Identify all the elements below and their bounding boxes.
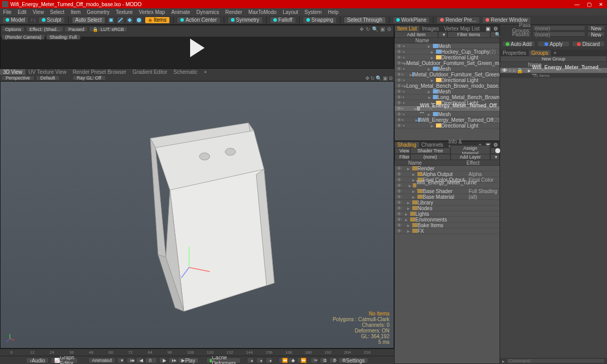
timeline-ruler[interactable]: 0 12 24 36 48 60 72 84 96 108 120 132 14… — [0, 349, 394, 356]
prev-frame-button[interactable]: ◀ — [136, 357, 143, 363]
cut-key-icon[interactable]: ✂ — [310, 357, 318, 363]
shader-row[interactable]: 👁▸ Bake Items — [395, 223, 500, 228]
menu-animate[interactable]: Animate — [171, 9, 190, 15]
tab-properties[interactable]: Properties — [500, 50, 529, 56]
select-material-icon[interactable] — [135, 17, 143, 24]
menu-select[interactable]: Select — [50, 9, 65, 15]
model-button[interactable]: Model — [2, 17, 28, 24]
key-icon-2[interactable]: ⬥ — [256, 357, 263, 363]
tab-add[interactable]: + — [201, 69, 210, 75]
command-input[interactable] — [506, 358, 605, 363]
panel-max-icon[interactable]: ▣ — [484, 26, 492, 31]
shader-row[interactable]: 👁▸ Library — [395, 200, 500, 205]
tree-row[interactable]: 👁•▸ Mesh — [395, 89, 500, 94]
perspective-button[interactable]: Perspective — [1, 75, 35, 81]
shader-row[interactable]: 👁▸ Base ShaderFull Shading — [395, 188, 500, 194]
shadertree-button[interactable]: Shader Tree — [410, 148, 450, 154]
items-button[interactable]: ◆Items — [145, 17, 170, 24]
viewport-3d[interactable]: No Items Polygons : Catmull-Clark Channe… — [0, 81, 394, 349]
shader-row[interactable]: 👁▸ Nodes — [395, 205, 500, 211]
tab-add-props[interactable]: + — [551, 50, 559, 56]
first-frame-button[interactable]: ⏮ — [127, 357, 134, 363]
tree-row[interactable]: 👁•▸ Wifi_Energy_Meter_Turned_Off_ ... — [395, 106, 500, 112]
default-button[interactable]: Default — [36, 75, 60, 81]
tree-row[interactable]: 👁•▸ Mesh — [395, 43, 500, 49]
play-button[interactable]: ▶ Play — [178, 357, 198, 363]
new-button[interactable]: New — [587, 25, 605, 30]
shader-row[interactable]: 👁▸ FX — [395, 228, 500, 234]
menu-dynamics[interactable]: Dynamics — [196, 9, 219, 15]
shader-row[interactable]: 👁▸ Base Material(all) — [395, 194, 500, 200]
falloff-button[interactable]: Falloff — [270, 17, 296, 24]
settings-button[interactable]: ⚙ Settings — [338, 357, 368, 363]
maximize-button[interactable]: ▢ — [587, 2, 592, 7]
rp-max-icon[interactable]: ▣ — [380, 26, 385, 32]
menu-file[interactable]: File — [3, 9, 11, 15]
last-frame-button[interactable]: ⏭ — [168, 357, 176, 363]
none-button[interactable]: (none) — [410, 154, 450, 160]
search-icon[interactable]: 🔍 — [490, 31, 500, 38]
menu-help[interactable]: Help — [328, 9, 339, 15]
menu-item[interactable]: Item — [71, 9, 81, 15]
additem-button[interactable]: Add Item — [395, 31, 438, 38]
copy-key-icon[interactable]: ⧉ — [320, 357, 327, 363]
snapping-button[interactable]: Snapping — [303, 17, 337, 24]
new-pass-button[interactable]: New — [587, 31, 605, 37]
vp-rotate-icon[interactable]: ↻ — [370, 75, 375, 81]
rp-gear-icon[interactable]: ⚙ — [387, 26, 392, 32]
tab-renderpreset[interactable]: Render Preset Browser — [70, 69, 130, 75]
tab-uvview[interactable]: UV Texture View — [25, 69, 70, 75]
options-button[interactable]: Options — [2, 26, 25, 32]
next-key-icon[interactable]: ⏩ — [297, 357, 304, 363]
audio-button[interactable]: ♪ Audio — [26, 357, 49, 363]
shader-row[interactable]: 👁▸ Lights — [395, 211, 500, 217]
renderprev-button[interactable]: Render Pre... — [437, 17, 479, 24]
sculpt-button[interactable]: Sculpt — [38, 17, 65, 24]
shader-row[interactable]: 👁▸ Render — [395, 166, 500, 171]
animated-button[interactable]: Animated — [88, 357, 115, 363]
menu-layout[interactable]: Layout — [283, 9, 298, 15]
group-item[interactable]: 👁○○🔒 ▸ Wifi_Energy_Meter_Turned_ ... — [500, 68, 607, 73]
shader-row[interactable]: 👁▸ Alpha OutputAlpha — [395, 171, 500, 177]
play-icon[interactable] — [190, 38, 205, 57]
menu-geometry[interactable]: Geometry — [87, 9, 110, 15]
select-poly-icon[interactable] — [126, 17, 133, 24]
tab-channels[interactable]: Channels — [419, 142, 446, 148]
panel-gear-icon[interactable]: ⚙ — [492, 142, 500, 148]
addlayer-button[interactable]: Add Layer — [450, 154, 491, 160]
shading-button[interactable]: Shading: Full — [46, 34, 81, 40]
tree-row[interactable]: 👁•▸ Hockey_Cup_Trophy (2) — [395, 49, 500, 55]
key-icon-3[interactable]: ⬥ — [266, 357, 273, 363]
lock-icon[interactable]: 🔒 — [89, 26, 96, 32]
frame-field[interactable]: 0 — [145, 357, 157, 363]
menu-edit[interactable]: Edit — [18, 9, 26, 15]
menu-render[interactable]: Render — [225, 9, 242, 15]
shader-row[interactable]: 👁▸ Wifi_Energy_Meter_Turne ... — [395, 183, 500, 188]
select-edge-icon[interactable] — [117, 17, 124, 24]
close-button[interactable]: ✕ — [599, 2, 603, 7]
menu-system[interactable]: System — [304, 9, 321, 15]
dropdown-icon[interactable]: ▾ — [117, 357, 124, 363]
graph-button[interactable]: 📈 Graph Editor — [51, 357, 78, 363]
tab-gradient[interactable]: Gradient Editor — [130, 69, 170, 75]
passgroups-field[interactable]: (none) — [533, 25, 585, 30]
tree-row[interactable]: 👁•▸ Long_Metal_Bench_Brown — [395, 94, 500, 100]
camera-button[interactable]: (Render Camera) — [2, 34, 45, 40]
panel-gear-icon[interactable]: ⚙ — [492, 26, 500, 31]
apply-button[interactable]: Apply — [537, 41, 570, 47]
vp-gear-icon[interactable]: ⚙ — [388, 75, 393, 81]
vp-zoom-icon[interactable]: 🔍 — [376, 75, 382, 81]
options-icon[interactable]: ⚙ — [329, 357, 336, 363]
shader-row[interactable]: 👁▸ Environments — [395, 217, 500, 223]
filteritems-button[interactable]: Filter Items — [447, 31, 491, 38]
tree-row[interactable]: 👁•▸ Wifi_Energy_Meter_Turned_Off (2) — [395, 117, 500, 123]
autoselect-button[interactable]: Auto Select — [72, 17, 105, 24]
tab-shading[interactable]: Shading — [395, 142, 419, 148]
cache-button[interactable]: Cache Deformers — [206, 357, 241, 363]
lut-button[interactable]: LUT: sRGB — [97, 26, 128, 32]
expand-icon[interactable]: ▸ — [502, 358, 506, 364]
tab-groups[interactable]: Groups — [529, 50, 551, 56]
symmetry-button[interactable]: Symmetry — [227, 17, 263, 24]
tree-row[interactable]: 👁•▸ Long_Metal_Bench_Brown_modo_base.lxo — [395, 83, 500, 89]
tree-row[interactable]: 👁•▸ Directional Light — [395, 123, 500, 129]
